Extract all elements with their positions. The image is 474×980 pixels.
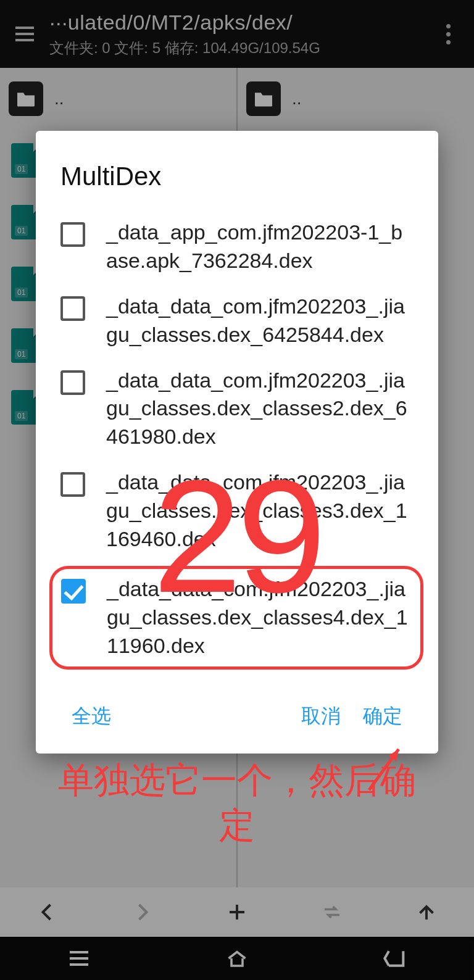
checkbox-icon[interactable] <box>60 472 85 497</box>
annotation-text-line1: 单独选它一个，然后确 <box>58 760 416 800</box>
dex-option-row[interactable]: _data_app_com.jfm202203-1_base.apk_73622… <box>60 210 414 284</box>
checkbox-icon[interactable] <box>60 296 85 321</box>
select-all-button[interactable]: 全选 <box>60 698 122 735</box>
dex-option-label: _data_app_com.jfm202203-1_base.apk_73622… <box>106 218 414 275</box>
annotation-text-line2: 定 <box>0 803 474 848</box>
parent-dir-row[interactable]: .. <box>0 68 236 130</box>
bottom-toolbar <box>0 887 474 937</box>
dex-option-row[interactable]: _data_data_com.jfm202203_.jiagu_classes.… <box>60 460 414 562</box>
dialog-title: MultiDex <box>36 131 438 210</box>
parent-dir-label: .. <box>292 89 302 109</box>
dex-option-row[interactable]: _data_data_com.jfm202203_.jiagu_classes.… <box>61 575 412 660</box>
checkbox-icon[interactable] <box>60 222 85 247</box>
path-subtitle: 文件夹: 0 文件: 5 储存: 104.49G/109.54G <box>49 38 436 58</box>
parent-dir-label: .. <box>54 89 64 109</box>
up-button[interactable] <box>408 894 445 931</box>
dialog-items: _data_app_com.jfm202203-1_base.apk_73622… <box>36 210 438 670</box>
annotation-text: 单独选它一个，然后确 定 <box>0 758 474 847</box>
dex-option-label: _data_data_com.jfm202203_.jiagu_classes.… <box>106 468 414 554</box>
folder-icon <box>246 81 281 116</box>
back-nav-icon[interactable] <box>376 946 414 971</box>
dex-option-row[interactable]: _data_data_com.jfm202203_.jiagu_classes.… <box>60 358 414 460</box>
dex-option-label: _data_data_com.jfm202203_.jiagu_classes.… <box>106 367 414 452</box>
forward-button[interactable] <box>123 894 160 931</box>
app-bar: ···ulated/0/MT2/apks/dex/ 文件夹: 0 文件: 5 储… <box>0 0 474 68</box>
back-button[interactable] <box>29 894 66 931</box>
folder-icon <box>9 81 43 116</box>
parent-dir-row[interactable]: .. <box>238 68 474 130</box>
dex-option-row[interactable]: _data_data_com.jfm202203_.jiagu_classes.… <box>60 284 414 358</box>
home-nav-icon[interactable] <box>218 946 256 971</box>
ok-button[interactable]: 确定 <box>352 698 414 735</box>
dex-option-label: _data_data_com.jfm202203_.jiagu_classes.… <box>107 575 412 660</box>
add-button[interactable] <box>218 894 256 931</box>
menu-icon[interactable] <box>6 15 43 52</box>
checkbox-icon[interactable] <box>60 370 85 395</box>
system-nav-bar <box>0 937 474 980</box>
recents-nav-icon[interactable] <box>60 946 98 971</box>
checkbox-icon[interactable] <box>61 579 86 604</box>
cancel-button[interactable]: 取消 <box>290 698 352 735</box>
dex-option-label: _data_data_com.jfm202203_.jiagu_classes.… <box>106 293 414 349</box>
path-title: ···ulated/0/MT2/apks/dex/ <box>49 10 436 35</box>
overflow-icon[interactable] <box>436 24 460 44</box>
annotation-highlight-box: _data_data_com.jfm202203_.jiagu_classes.… <box>49 566 423 670</box>
swap-button[interactable] <box>314 894 351 931</box>
multidex-dialog: MultiDex _data_app_com.jfm202203-1_base.… <box>36 131 438 754</box>
